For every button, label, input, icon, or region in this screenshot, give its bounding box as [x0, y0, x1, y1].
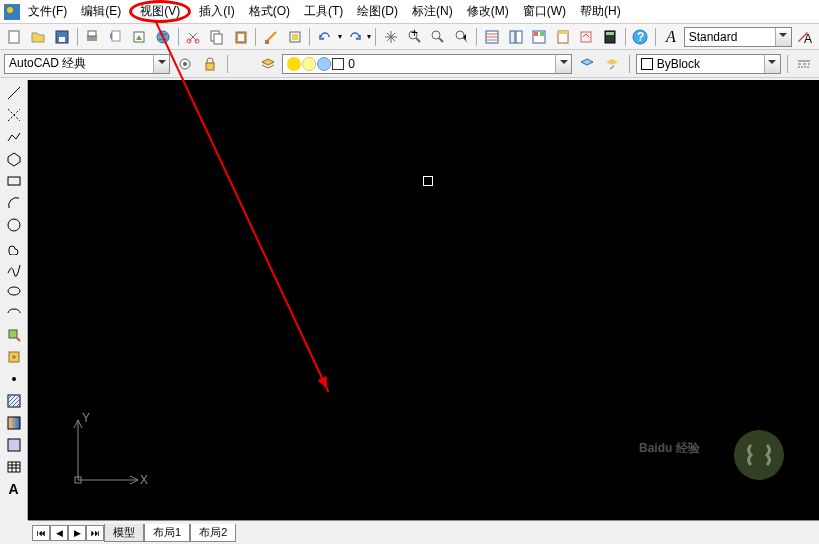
design-center-icon[interactable] — [505, 26, 527, 48]
toolbar-main: ▾ ▾ + ? A Standard A — [0, 24, 819, 50]
svg-rect-15 — [265, 40, 269, 44]
publish-icon[interactable] — [129, 26, 151, 48]
side-toolbar: A — [0, 80, 28, 520]
table-icon[interactable] — [2, 456, 26, 478]
svg-rect-12 — [214, 34, 222, 44]
spline-icon[interactable] — [2, 258, 26, 280]
point-icon[interactable] — [2, 368, 26, 390]
linetype-icon[interactable] — [794, 53, 815, 75]
save-icon[interactable] — [51, 26, 73, 48]
textstyle-icon[interactable]: A — [660, 26, 682, 48]
xline-icon[interactable] — [2, 104, 26, 126]
menu-dim[interactable]: 标注(N) — [406, 2, 459, 21]
block-icon[interactable] — [284, 26, 306, 48]
menu-view[interactable]: 视图(V) — [129, 0, 191, 23]
svg-rect-32 — [606, 32, 614, 35]
svg-rect-17 — [292, 34, 298, 40]
tab-first-icon[interactable]: ⏮ — [32, 525, 50, 541]
menu-tools[interactable]: 工具(T) — [298, 2, 349, 21]
zoom-prev-icon[interactable] — [451, 26, 473, 48]
svg-point-52 — [734, 430, 784, 480]
match-icon[interactable] — [260, 26, 282, 48]
separator — [227, 55, 228, 73]
layer-prev-icon[interactable] — [601, 53, 622, 75]
svg-rect-38 — [206, 63, 214, 70]
lock-ui-icon[interactable] — [200, 53, 221, 75]
undo-dropdown-icon[interactable]: ▾ — [338, 32, 342, 41]
svg-point-44 — [12, 377, 16, 381]
svg-text:?: ? — [637, 30, 644, 44]
tab-layout2[interactable]: 布局2 — [190, 524, 236, 542]
copy-icon[interactable] — [206, 26, 228, 48]
paste-icon[interactable] — [230, 26, 252, 48]
chevron-down-icon — [555, 55, 571, 73]
tab-model[interactable]: 模型 — [104, 524, 144, 542]
rectangle-icon[interactable] — [2, 170, 26, 192]
mtext-icon[interactable]: A — [2, 478, 26, 500]
redo-dropdown-icon[interactable]: ▾ — [367, 32, 371, 41]
tab-layout1[interactable]: 布局1 — [144, 524, 190, 542]
drawing-area[interactable]: Y X Baidu 经验 — [28, 80, 819, 520]
color-dropdown[interactable]: ByBlock — [636, 54, 781, 74]
zoom-rt-icon[interactable]: + — [404, 26, 426, 48]
circle-icon[interactable] — [2, 214, 26, 236]
svg-rect-4 — [88, 31, 96, 36]
hatch-icon[interactable] — [2, 390, 26, 412]
arc-icon[interactable] — [2, 192, 26, 214]
chevron-down-icon — [775, 28, 791, 46]
menu-format[interactable]: 格式(O) — [243, 2, 296, 21]
calc-icon[interactable] — [599, 26, 621, 48]
svg-rect-42 — [9, 330, 17, 338]
menu-draw[interactable]: 绘图(D) — [351, 2, 404, 21]
tab-prev-icon[interactable]: ◀ — [50, 525, 68, 541]
svg-text:+: + — [411, 29, 418, 40]
menu-edit[interactable]: 编辑(E) — [75, 2, 127, 21]
ellipse-icon[interactable] — [2, 280, 26, 302]
menu-help[interactable]: 帮助(H) — [574, 2, 627, 21]
menu-file[interactable]: 文件(F) — [22, 2, 73, 21]
polyline-icon[interactable] — [2, 126, 26, 148]
svg-rect-6 — [112, 31, 120, 41]
edittext-icon[interactable]: A — [794, 26, 816, 48]
tab-next-icon[interactable]: ▶ — [68, 525, 86, 541]
redo-icon[interactable] — [344, 26, 366, 48]
gradient-icon[interactable] — [2, 412, 26, 434]
svg-rect-27 — [540, 32, 544, 36]
color-value: ByBlock — [657, 57, 700, 71]
workspace-dropdown[interactable]: AutoCAD 经典 — [4, 54, 170, 74]
svg-rect-47 — [8, 439, 20, 451]
undo-icon[interactable] — [314, 26, 336, 48]
revcloud-icon[interactable] — [2, 236, 26, 258]
svg-point-37 — [183, 62, 187, 66]
markup-icon[interactable] — [576, 26, 598, 48]
sheet-icon[interactable] — [552, 26, 574, 48]
line-icon[interactable] — [2, 82, 26, 104]
layer-manager-icon[interactable] — [257, 53, 278, 75]
ellipse-arc-icon[interactable] — [2, 302, 26, 324]
layer-states-icon[interactable] — [576, 53, 597, 75]
cut-icon[interactable] — [183, 26, 205, 48]
zoom-window-icon[interactable] — [427, 26, 449, 48]
properties-icon[interactable] — [481, 26, 503, 48]
polygon-icon[interactable] — [2, 148, 26, 170]
make-block-icon[interactable] — [2, 346, 26, 368]
preview-icon[interactable] — [105, 26, 127, 48]
tab-last-icon[interactable]: ⏭ — [86, 525, 104, 541]
help-icon[interactable]: ? — [630, 26, 652, 48]
layer-dropdown[interactable]: 0 — [282, 54, 572, 74]
separator — [178, 28, 179, 46]
insert-block-icon[interactable] — [2, 324, 26, 346]
pan-icon[interactable] — [380, 26, 402, 48]
layer-value: 0 — [348, 57, 355, 71]
open-icon[interactable] — [28, 26, 50, 48]
tool-palette-icon[interactable] — [529, 26, 551, 48]
menu-insert[interactable]: 插入(I) — [193, 2, 240, 21]
print-icon[interactable] — [82, 26, 104, 48]
new-icon[interactable] — [4, 26, 26, 48]
menu-modify[interactable]: 修改(M) — [461, 2, 515, 21]
layer-status-icons — [287, 57, 344, 71]
menu-window[interactable]: 窗口(W) — [517, 2, 572, 21]
svg-point-41 — [8, 287, 20, 295]
region-icon[interactable] — [2, 434, 26, 456]
text-style-dropdown[interactable]: Standard — [684, 27, 792, 47]
